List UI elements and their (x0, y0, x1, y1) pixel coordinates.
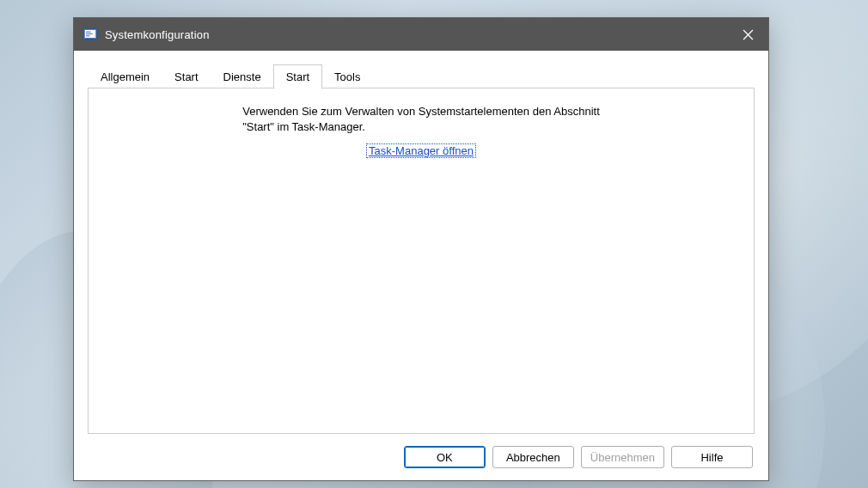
window-title: Systemkonfiguration (105, 28, 727, 41)
open-task-manager-link[interactable]: Task-Manager öffnen (366, 143, 476, 158)
help-button[interactable]: Hilfe (671, 446, 753, 468)
dialog-button-bar: OK Abbrechen Übernehmen Hilfe (74, 434, 768, 480)
svg-rect-3 (86, 34, 93, 34)
tab-general[interactable]: Allgemein (88, 64, 162, 88)
close-button[interactable] (727, 18, 768, 51)
startup-message-line1: Verwenden Sie zum Verwalten von Systemst… (242, 105, 600, 118)
apply-button[interactable]: Übernehmen (581, 446, 664, 468)
startup-tab-content: Verwenden Sie zum Verwalten von Systemst… (89, 88, 754, 433)
tab-content-container: Verwenden Sie zum Verwalten von Systemst… (88, 88, 755, 434)
tab-services[interactable]: Dienste (211, 64, 274, 88)
cancel-button[interactable]: Abbrechen (492, 446, 574, 468)
msconfig-icon (83, 27, 98, 42)
ok-button[interactable]: OK (404, 446, 486, 468)
tab-strip: Allgemein Start Dienste Start Tools (74, 51, 768, 88)
system-config-dialog: Systemkonfiguration Allgemein Start Dien… (73, 17, 769, 481)
startup-message: Verwenden Sie zum Verwalten von Systemst… (242, 104, 600, 135)
tab-startup[interactable]: Start (273, 64, 322, 89)
close-icon (743, 29, 754, 40)
startup-message-line2: "Start" im Task-Manager. (242, 120, 365, 133)
titlebar: Systemkonfiguration (74, 18, 768, 51)
svg-rect-4 (86, 35, 90, 36)
svg-rect-2 (86, 32, 91, 33)
tab-tools[interactable]: Tools (321, 64, 373, 88)
tab-boot[interactable]: Start (162, 64, 211, 88)
link-wrapper: Task-Manager öffnen (109, 143, 733, 158)
